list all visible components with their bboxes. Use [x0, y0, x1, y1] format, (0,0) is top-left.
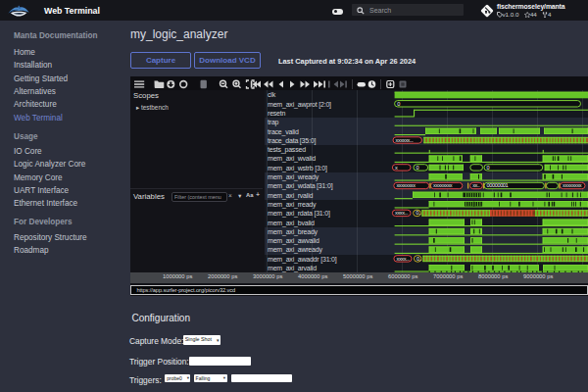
svg-text:00000001: 00000001 [487, 182, 509, 188]
svg-text:0..: 0.. [416, 256, 422, 262]
svg-text:xxxxxxxx: xxxxxxxx [396, 182, 416, 188]
svg-text:0..: 0.. [416, 210, 421, 216]
svg-text:xxxxxx...: xxxxxx... [396, 137, 415, 143]
svg-text:xxxx...: xxxx... [397, 256, 411, 262]
svg-text:xxxxxxxx: xxxxxxxx [433, 182, 453, 188]
svg-text:0: 0 [397, 101, 400, 107]
svg-text:xxxxxxxx: xxxxxxxx [563, 182, 582, 188]
svg-text:xx..: xx.. [472, 182, 480, 188]
svg-text:0: 0 [416, 165, 419, 171]
svg-text:xxxx...: xxxx... [395, 210, 409, 216]
svg-text:0: 0 [487, 165, 490, 171]
